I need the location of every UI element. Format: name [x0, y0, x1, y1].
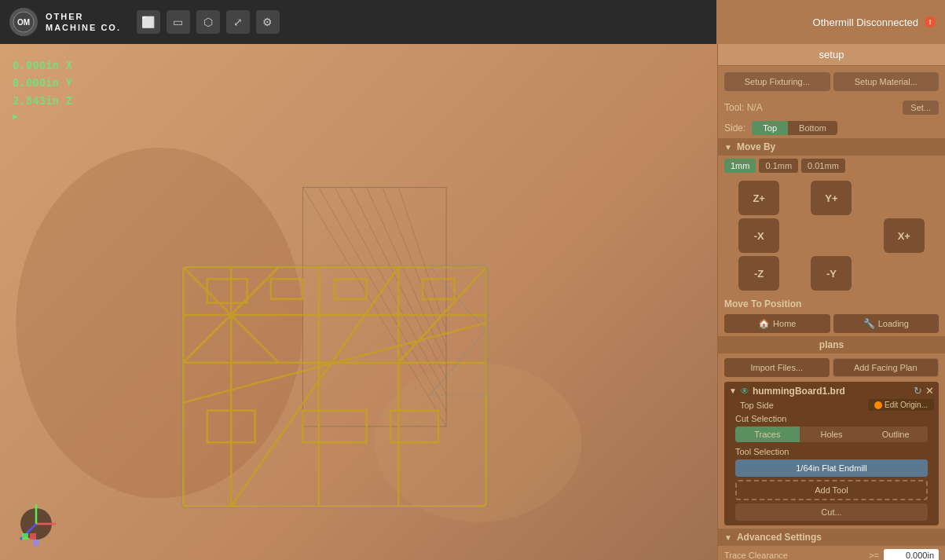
- loading-icon: 🔧: [863, 318, 875, 329]
- move-by-header: ▼ Move By: [718, 138, 945, 156]
- logo-circle: OM: [9, 8, 38, 36]
- edit-origin-label: Edit Origin...: [885, 401, 928, 409]
- plan-close-icon[interactable]: ✕: [925, 385, 934, 397]
- home-icon: 🏠: [758, 318, 770, 329]
- y-minus-button[interactable]: -Y: [811, 256, 852, 291]
- x-plus-button[interactable]: X+: [884, 218, 925, 253]
- connection-status: Othermill Disconnected: [813, 16, 918, 28]
- plan-side-label: Top Side: [740, 401, 774, 410]
- toolbar-icons: ⬜ ▭ ⬡ ⤢ ⚙: [137, 10, 280, 34]
- plan-refresh-icon[interactable]: ↻: [914, 385, 922, 397]
- setup-fixturing-button[interactable]: Setup Fixturing...: [724, 72, 830, 91]
- edit-origin-icon: [874, 401, 882, 409]
- logo: OM OTHERMACHINE CO.: [9, 8, 121, 36]
- cut-selection-toggle: Traces Holes Outline: [735, 426, 928, 442]
- top-right-bar: Othermill Disconnected !: [716, 0, 945, 44]
- setup-buttons: Setup Fixturing... Setup Material...: [718, 66, 945, 97]
- right-panel: setup Setup Fixturing... Setup Material.…: [717, 44, 945, 560]
- plans-section-label: plans: [718, 336, 945, 353]
- cut-outline-button[interactable]: Outline: [863, 426, 928, 442]
- move-by-001mm-button[interactable]: 0.01mm: [801, 159, 845, 173]
- tool-label: Tool: N/A: [724, 102, 763, 113]
- home-button[interactable]: 🏠 Home: [724, 314, 830, 333]
- advanced-triangle-icon: ▼: [724, 533, 732, 542]
- svg-rect-23: [335, 279, 367, 298]
- empty-cell-3: [884, 256, 925, 291]
- cut-holes-button[interactable]: Holes: [800, 426, 864, 442]
- trace-clearance-row: Trace Clearance >=: [718, 546, 945, 560]
- x-minus-button[interactable]: -X: [738, 218, 779, 253]
- link-icon[interactable]: ⚙: [256, 10, 280, 34]
- move-by-triangle: ▼: [724, 143, 732, 152]
- plan-side-row: Top Side Edit Origin...: [729, 397, 934, 411]
- main-content: 0.000in X 0.000in Y 2.843in Z ▶: [0, 44, 945, 560]
- home-label: Home: [773, 319, 796, 328]
- pcb-visualization: [0, 44, 717, 560]
- advanced-settings-header: ▼ Advanced Settings: [718, 529, 945, 546]
- side-row: Side: Top Bottom: [718, 118, 945, 138]
- cut-traces-button[interactable]: Traces: [735, 426, 800, 442]
- svg-rect-38: [30, 533, 36, 540]
- move-by-label: Move By: [737, 141, 775, 152]
- z-minus-button[interactable]: -Z: [738, 256, 779, 291]
- monitor-icon[interactable]: ⬜: [137, 10, 160, 34]
- cut-main-button[interactable]: Cut...: [735, 503, 928, 521]
- side-label: Side:: [724, 123, 745, 134]
- tool-row: Tool: N/A Set...: [718, 97, 945, 118]
- canvas-area: 0.000in X 0.000in Y 2.843in Z ▶: [0, 44, 717, 560]
- setup-section-label: setup: [718, 44, 945, 66]
- empty-cell-2: [811, 218, 852, 253]
- plans-buttons: Import Files... Add Facing Plan: [718, 353, 945, 382]
- current-tool-button[interactable]: 1/64in Flat Endmill: [735, 459, 928, 477]
- add-facing-plan-button[interactable]: Add Facing Plan: [833, 358, 940, 377]
- svg-point-2: [16, 148, 302, 498]
- arrows-icon[interactable]: ⤢: [226, 10, 250, 34]
- z-plus-button[interactable]: Z+: [738, 181, 779, 215]
- add-tool-button[interactable]: Add Tool: [735, 480, 928, 500]
- advanced-settings-label: Advanced Settings: [737, 532, 822, 543]
- edit-origin-button[interactable]: Edit Origin...: [868, 399, 934, 411]
- plan-item: ▼ 👁 hummingBoard1.brd ↻ ✕ Top Side Edit …: [724, 382, 939, 525]
- svg-point-39: [33, 540, 39, 546]
- loading-label: Loading: [878, 319, 909, 328]
- y-plus-button[interactable]: Y+: [811, 181, 852, 215]
- plan-item-header: ▼ 👁 hummingBoard1.brd ↻ ✕: [729, 385, 934, 397]
- svg-rect-37: [22, 533, 28, 540]
- trace-clearance-label: Trace Clearance: [724, 551, 864, 560]
- set-tool-button[interactable]: Set...: [903, 101, 939, 115]
- screen-icon[interactable]: ▭: [167, 10, 190, 34]
- cube-icon[interactable]: ⬡: [196, 10, 220, 34]
- trace-clearance-gte: >=: [869, 551, 879, 560]
- side-bottom-button[interactable]: Bottom: [788, 121, 837, 135]
- plan-name: hummingBoard1.brd: [753, 386, 910, 397]
- move-by-01mm-button[interactable]: 0.1mm: [759, 159, 798, 173]
- axis-indicator: [13, 500, 60, 547]
- side-toggle: Top Bottom: [752, 121, 837, 135]
- side-top-button[interactable]: Top: [752, 121, 788, 135]
- move-to-label: Move To Position: [718, 295, 945, 311]
- move-by-1mm-button[interactable]: 1mm: [724, 159, 756, 173]
- tool-selection-label: Tool Selection: [729, 444, 934, 458]
- position-buttons: 🏠 Home 🔧 Loading: [718, 311, 945, 336]
- setup-material-button[interactable]: Setup Material...: [833, 72, 940, 91]
- move-by-row: 1mm 0.1mm 0.01mm: [718, 156, 945, 176]
- import-files-button[interactable]: Import Files...: [724, 358, 830, 377]
- loading-button[interactable]: 🔧 Loading: [833, 314, 940, 333]
- logo-text: OTHERMACHINE CO.: [46, 11, 121, 34]
- top-left-bar: OM OTHERMACHINE CO. ⬜ ▭ ⬡ ⤢ ⚙: [0, 0, 716, 44]
- jog-grid: Z+ Y+ -X X+ -Z -Y: [718, 176, 945, 295]
- plan-eye-icon[interactable]: 👁: [740, 386, 749, 397]
- cut-selection-label: Cut Selection: [729, 411, 934, 425]
- plan-triangle-icon: ▼: [729, 386, 737, 395]
- trace-clearance-input[interactable]: [884, 549, 939, 560]
- svg-text:OM: OM: [17, 18, 30, 27]
- svg-line-11: [398, 188, 446, 331]
- top-bar: OM OTHERMACHINE CO. ⬜ ▭ ⬡ ⤢ ⚙ Othermill …: [0, 0, 945, 44]
- svg-line-5: [302, 188, 446, 426]
- status-indicator: !: [925, 16, 936, 27]
- empty-cell-1: [884, 181, 925, 215]
